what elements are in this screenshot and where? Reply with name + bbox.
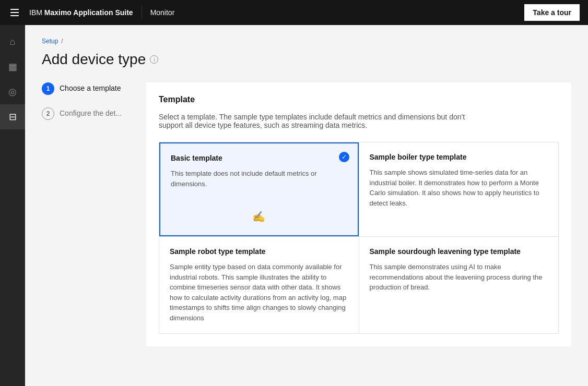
info-icon[interactable]: i xyxy=(150,55,158,64)
template-card-boiler-body: This sample shows simulated time-series … xyxy=(370,167,548,208)
content-layout: 1 Choose a template 2 Configure the det.… xyxy=(42,82,571,346)
template-section-title: Template xyxy=(159,95,559,104)
sidebar-item-explore[interactable]: ◎ xyxy=(0,79,25,104)
template-card-sourdough-body: This sample demonstrates using AI to mak… xyxy=(370,262,548,293)
step-2-label: Configure the det... xyxy=(60,107,122,117)
sidebar: ⌂ ▦ ◎ ⊟ xyxy=(0,25,25,386)
step-2: 2 Configure the det... xyxy=(42,107,138,120)
template-card-boiler-title: Sample boiler type template xyxy=(370,153,548,161)
step-1-label: Choose a template xyxy=(60,82,121,92)
home-icon: ⌂ xyxy=(10,37,16,47)
dashboard-icon: ▦ xyxy=(8,61,17,73)
brand-name: IBM Maximo Application Suite xyxy=(29,8,133,17)
breadcrumb-setup[interactable]: Setup xyxy=(42,38,58,45)
nav-divider xyxy=(142,6,142,19)
sidebar-item-monitor[interactable]: ⊟ xyxy=(0,104,25,129)
breadcrumb-separator: / xyxy=(61,38,63,45)
hamburger-menu[interactable] xyxy=(8,7,21,18)
page-title: Add device type xyxy=(42,51,146,68)
cursor-pointer-icon: ✍ xyxy=(252,210,265,223)
check-icon: ✓ xyxy=(339,152,349,162)
template-card-basic-body: This template does not include default m… xyxy=(171,168,347,189)
template-panel: Template Select a template. The sample t… xyxy=(146,82,571,346)
page-title-area: Add device type i xyxy=(42,51,571,68)
template-description: Select a template. The sample type templ… xyxy=(159,113,483,129)
step-1-circle: 1 xyxy=(42,82,54,95)
template-card-sourdough[interactable]: Sample sourdough leavening type template… xyxy=(359,237,559,333)
template-card-basic[interactable]: Basic template This template does not in… xyxy=(159,142,359,236)
step-2-circle: 2 xyxy=(42,107,54,120)
module-name: Monitor xyxy=(150,8,175,17)
top-navigation: IBM Maximo Application Suite Monitor Tak… xyxy=(0,0,588,25)
template-card-boiler[interactable]: Sample boiler type template This sample … xyxy=(359,142,559,236)
template-card-robot-body: Sample entity type based on data commonl… xyxy=(170,262,348,323)
monitor-icon: ⊟ xyxy=(9,111,17,123)
breadcrumb: Setup / xyxy=(42,38,571,45)
explore-icon: ◎ xyxy=(8,86,17,98)
sidebar-item-home[interactable]: ⌂ xyxy=(0,29,25,54)
main-content: Setup / Add device type i 1 Choose a tem… xyxy=(25,25,588,386)
template-card-basic-title: Basic template xyxy=(171,154,347,162)
template-card-sourdough-title: Sample sourdough leavening type template xyxy=(370,247,548,256)
template-card-robot-title: Sample robot type template xyxy=(170,247,348,256)
step-1: 1 Choose a template xyxy=(42,82,138,95)
template-grid: Basic template This template does not in… xyxy=(159,142,559,334)
steps-panel: 1 Choose a template 2 Configure the det.… xyxy=(42,82,146,346)
take-tour-button[interactable]: Take a tour xyxy=(524,4,580,21)
sidebar-item-dashboard[interactable]: ▦ xyxy=(0,54,25,79)
template-card-robot[interactable]: Sample robot type template Sample entity… xyxy=(159,237,359,333)
